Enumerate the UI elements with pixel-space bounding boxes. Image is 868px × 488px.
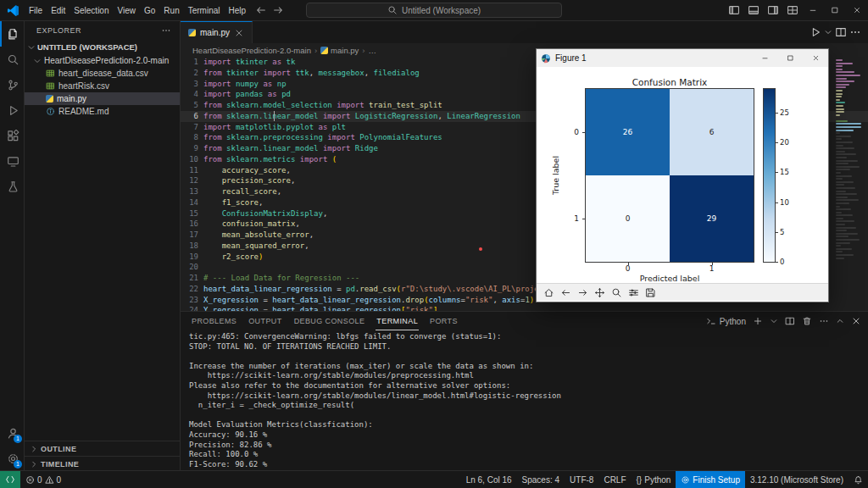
toggle-sidebar-button[interactable] [724,0,743,20]
figure-titlebar[interactable]: Figure 1 [537,49,828,67]
save-tool-icon[interactable] [645,287,656,298]
minimize-button[interactable] [802,0,824,20]
minimap-bar [836,214,853,216]
run-dropdown-icon[interactable] [824,28,832,36]
eol-selector[interactable]: CRLF [598,471,631,488]
menu-file[interactable]: File [25,6,47,15]
figure-minimize-button[interactable] [752,49,777,67]
minimap-bar [836,254,854,256]
maximize-panel-icon[interactable] [836,317,844,325]
panel-tab-output[interactable]: OUTPUT [242,312,287,330]
run-button[interactable] [810,26,821,38]
customize-layout-button[interactable] [782,0,802,20]
menu-run[interactable]: Run [159,6,183,15]
remote-indicator[interactable] [0,471,20,488]
activitybar-testing[interactable] [0,174,24,199]
explorer-more-icon[interactable] [161,25,171,36]
figure-window[interactable]: Figure 1 Confusion Matrix True label 266… [536,48,829,302]
tab-close-icon[interactable] [234,28,244,38]
file-main-py[interactable]: main.py [25,92,180,105]
chevron-right-icon [30,460,38,469]
terminal-output[interactable]: tic.py:465: ConvergenceWarning: lbfgs fa… [189,332,861,469]
breadcrumb-item[interactable]: … [369,46,377,55]
activitybar-source-control[interactable] [0,72,24,97]
zoom-tool-icon[interactable] [611,287,622,298]
finish-setup-button[interactable]: Finish Setup [676,471,745,488]
home-tool-icon[interactable] [543,287,554,298]
back-tool-icon[interactable] [560,287,571,298]
minimap-bar [836,220,854,222]
panel-tab-terminal[interactable]: TERMINAL [370,312,424,330]
language-mode[interactable]: {} Python [632,471,676,488]
line-number: 6 [181,111,198,122]
activitybar-explorer[interactable] [0,21,24,47]
terminal-dropdown-icon[interactable] [770,317,778,325]
toggle-secondary-sidebar-button[interactable] [763,0,782,20]
command-center[interactable]: Untitled (Workspace) [306,3,562,18]
menu-selection[interactable]: Selection [70,6,113,15]
outline-section[interactable]: OUTLINE [25,441,180,456]
subplots-tool-icon[interactable] [628,287,639,298]
activitybar-search[interactable] [0,47,24,72]
figure-close-button[interactable] [803,49,828,67]
timeline-label: TIMELINE [41,460,79,469]
badge: 1 [14,460,22,469]
nav-back-icon[interactable] [255,4,267,16]
file-heart-disease-data-csv[interactable]: heart_disease_data.csv [25,67,180,80]
minimap-bar [836,169,850,170]
timeline-section[interactable]: TIMELINE [25,456,180,471]
encoding[interactable]: UTF-8 [565,471,598,488]
folder-row[interactable]: HeartDiseasePrediction-2.0-main [25,54,180,67]
python-file-icon [320,47,328,54]
warning-icon [45,475,54,485]
cursor-position[interactable]: Ln 6, Col 16 [461,471,517,488]
breadcrumb-item[interactable]: HeartDiseasePrediction-2.0-main [192,46,311,55]
panel-tab-ports[interactable]: PORTS [424,312,464,330]
terminal-profile[interactable]: Python [706,316,746,326]
split-terminal-icon[interactable] [785,316,795,326]
line-number: 3 [181,79,198,90]
extensions-icon [7,130,19,142]
figure-maximize-button[interactable] [777,49,803,67]
panel-more-icon[interactable] [819,316,829,326]
activitybar-run-and-debug[interactable] [0,97,24,123]
menu-edit[interactable]: Edit [47,6,70,15]
file-heartrisk-csv[interactable]: heartRisk.csv [25,80,180,92]
file-tree: heart_disease_data.csvheartRisk.csvmain.… [25,67,180,118]
maximize-button[interactable] [824,0,846,20]
line-number: 2 [181,68,198,79]
terminal-line: Accuracy: 90.16 % [189,430,861,441]
activitybar-accounts[interactable]: 1 [0,420,24,446]
panel-tab-problems[interactable]: PROBLEMS [186,312,242,330]
breadcrumb-item[interactable]: main.py [320,46,359,55]
toggle-panel-button[interactable] [743,0,763,20]
gear-icon [681,475,690,485]
workspace-row[interactable]: UNTITLED (WORKSPACE) [25,40,180,54]
menu-view[interactable]: View [114,6,141,15]
activitybar-extensions[interactable] [0,123,24,148]
close-button[interactable] [846,0,868,20]
split-editor-icon[interactable] [835,26,847,38]
kill-terminal-icon[interactable] [802,316,812,326]
minimap-bar [836,199,859,201]
forward-tool-icon[interactable] [577,287,588,298]
indentation[interactable]: Spaces: 4 [517,471,565,488]
more-actions-icon[interactable] [849,26,861,38]
menu-terminal[interactable]: Terminal [184,6,225,15]
tab-main-py[interactable]: main.py [181,21,253,43]
menu-help[interactable]: Help [225,6,251,15]
activitybar-remote-explorer[interactable] [0,148,24,174]
problems-indicator[interactable]: 0 0 [20,471,66,488]
python-interpreter[interactable]: 3.12.10 (Microsoft Store) [745,471,849,488]
new-terminal-icon[interactable] [753,316,763,326]
activitybar-manage[interactable]: 1 [0,446,24,471]
pan-tool-icon[interactable] [594,287,605,298]
minimap[interactable] [836,59,866,260]
file-readme-md[interactable]: README.md [25,105,180,118]
nav-forward-icon[interactable] [272,4,284,16]
close-panel-icon[interactable] [851,316,861,326]
notifications[interactable] [849,471,868,488]
minimap-bar [836,84,849,86]
menu-go[interactable]: Go [140,6,159,15]
panel-tab-debug-console[interactable]: DEBUG CONSOLE [288,312,371,330]
